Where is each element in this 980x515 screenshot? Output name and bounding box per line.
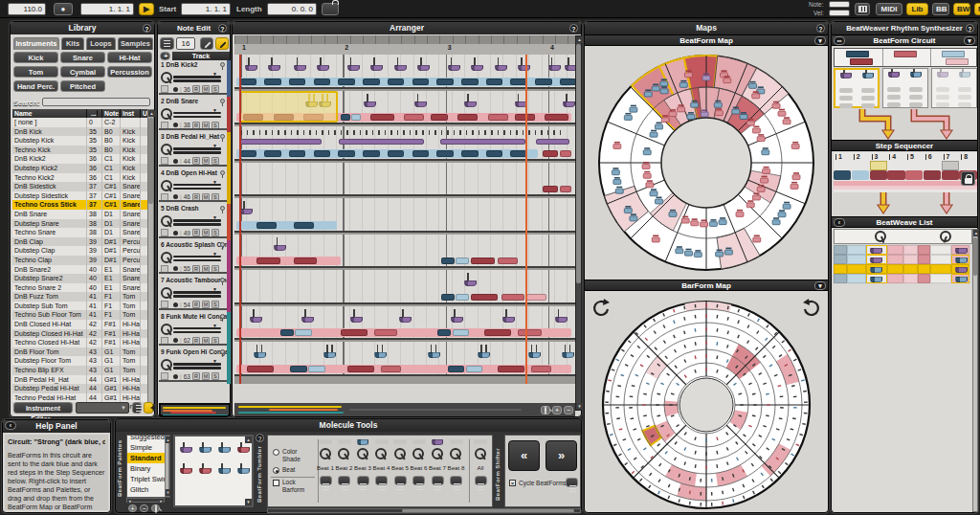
- volume-slider[interactable]: ▼: [173, 182, 221, 190]
- weave-cell[interactable]: [951, 264, 969, 274]
- note-value-field[interactable]: [829, 1, 850, 8]
- track-knob-icon[interactable]: [161, 108, 172, 120]
- pan-dot-icon[interactable]: [173, 123, 178, 127]
- table-row[interactable]: DnB Closed Hi-Hat42F#1Hi-Hat: [12, 320, 147, 329]
- palette-item[interactable]: Glitch: [127, 484, 169, 495]
- pan-dot-icon[interactable]: [173, 266, 178, 271]
- table-row[interactable]: Techno Blip EFX43G1Tom: [12, 366, 147, 375]
- table-row[interactable]: DnB Pedal Hi_Hat44G#1Hi-Hat: [12, 375, 147, 385]
- weave-cell[interactable]: [834, 274, 847, 283]
- weave-cell[interactable]: [887, 255, 903, 264]
- pin-icon[interactable]: [220, 349, 225, 354]
- track-s-button[interactable]: S: [212, 229, 219, 236]
- weave-cell[interactable]: [847, 274, 866, 283]
- pan-dot-icon[interactable]: [173, 159, 178, 164]
- pad-button[interactable]: [161, 157, 168, 165]
- bpm-field[interactable]: 110.0: [8, 3, 46, 15]
- weave-cell[interactable]: [903, 264, 918, 274]
- track-m-button[interactable]: M: [202, 265, 210, 273]
- category-pitched[interactable]: Pitched: [60, 80, 105, 92]
- track-s-button[interactable]: S: [212, 372, 219, 380]
- track-s-button[interactable]: S: [212, 337, 219, 345]
- track-s-button[interactable]: S: [212, 301, 219, 308]
- pin-icon[interactable]: [220, 62, 225, 67]
- add-palette-button[interactable]: +: [128, 504, 137, 512]
- category-tom[interactable]: Tom: [13, 66, 58, 78]
- palette-grid[interactable]: ▲▼: [173, 435, 254, 507]
- view-button-lib[interactable]: Lib: [906, 3, 928, 15]
- view-button-midi[interactable]: MIDI: [876, 3, 902, 15]
- weave-cell[interactable]: [930, 274, 951, 283]
- table-row[interactable]: Dubstep Pedal Hi-Hat44G#1Hi-Hat: [12, 384, 147, 393]
- pad-button[interactable]: [161, 122, 168, 129]
- note-menu-button[interactable]: [160, 37, 174, 50]
- knob-icon[interactable]: [875, 231, 886, 242]
- option-beat[interactable]: [273, 467, 279, 474]
- volume-slider[interactable]: ▼: [173, 289, 221, 298]
- scroll-up-icon[interactable]: ▲: [973, 230, 979, 236]
- track-r-button[interactable]: R: [192, 122, 200, 129]
- knob-beat-8[interactable]: [450, 448, 461, 459]
- step-cell[interactable]: [887, 170, 904, 180]
- circuit-block[interactable]: [946, 58, 969, 65]
- circuit-cell[interactable]: [882, 68, 928, 108]
- step-cell[interactable]: [905, 170, 923, 180]
- instrument-table[interactable]: [ none ]0C-2DnB Kick35B0KickDubstep Kick…: [12, 118, 147, 412]
- knob-beat-6[interactable]: [412, 448, 424, 459]
- zoom-in-button[interactable]: +: [552, 406, 562, 414]
- option-color-shade[interactable]: [273, 449, 279, 456]
- track-strip[interactable]: 5 DnB Crash▼|49RMS: [159, 204, 227, 238]
- track-knob-icon[interactable]: [161, 72, 172, 83]
- help-icon[interactable]: ?: [143, 24, 151, 33]
- table-row[interactable]: Dubstep Closed Hi-Hat42F#1Hi-Hat: [12, 329, 147, 339]
- track-knob-icon[interactable]: [161, 287, 172, 299]
- table-row[interactable]: Dubstep Sidestick37C#1Snare: [12, 191, 147, 201]
- track-s-button[interactable]: S: [212, 193, 219, 201]
- weave-scrollbar[interactable]: ▲: [972, 229, 978, 512]
- lock-position-button[interactable]: [322, 3, 339, 15]
- table-row[interactable]: Dubstep Kick236C1Kick: [12, 164, 147, 173]
- track-s-button[interactable]: S: [212, 85, 219, 93]
- table-row[interactable]: DnB Floor Tom43G1Tom: [12, 347, 147, 357]
- option-lock-barform[interactable]: [273, 480, 279, 486]
- track-knob-icon[interactable]: [161, 252, 172, 263]
- timeline-ruler[interactable]: 1234: [234, 35, 575, 55]
- scroll-down-icon[interactable]: ▼: [245, 499, 252, 505]
- weave-cell[interactable]: [847, 255, 866, 264]
- grid-size-field[interactable]: 16: [176, 37, 195, 50]
- weave-cell[interactable]: [903, 255, 918, 264]
- pan-dot-icon[interactable]: [173, 231, 178, 235]
- weave-cell[interactable]: [887, 274, 903, 283]
- weave-cell[interactable]: [918, 274, 930, 283]
- knob-beat-9[interactable]: [475, 448, 486, 459]
- shifter-menu-button[interactable]: [566, 478, 578, 487]
- pencil-tool-button[interactable]: [215, 37, 229, 50]
- loop-icon-button[interactable]: ∞: [834, 36, 845, 45]
- weave-cell[interactable]: [834, 245, 847, 255]
- table-row[interactable]: DnB Snare240E1Snare: [12, 265, 147, 275]
- pad-button[interactable]: [161, 229, 168, 236]
- table-row[interactable]: Techno Kick236C1Kick: [12, 173, 147, 183]
- track-strip[interactable]: 9 Funk Open Hi Conga▼|63RMS: [159, 347, 227, 382]
- table-row[interactable]: Dubstep Floor Tom43G1Tom: [12, 356, 147, 366]
- arranger-row[interactable]: [234, 55, 575, 89]
- pad-button[interactable]: [161, 301, 168, 308]
- arranger-row[interactable]: [234, 235, 575, 269]
- table-row[interactable]: DnB Clap39D#1Percus...: [12, 237, 147, 247]
- step-cell[interactable]: [924, 170, 941, 180]
- instrument-dropdown[interactable]: ▼: [76, 402, 129, 414]
- weave-cell[interactable]: [918, 255, 930, 264]
- search-palette-button[interactable]: [151, 504, 160, 512]
- step-cell[interactable]: [834, 170, 851, 180]
- zoom-out-button[interactable]: −: [564, 406, 573, 414]
- pad-button[interactable]: [161, 372, 168, 380]
- track-knob-icon[interactable]: [161, 144, 172, 155]
- weave-cell[interactable]: [866, 264, 887, 274]
- palette-item[interactable]: Binary: [127, 463, 169, 474]
- knob-menu-button[interactable]: [475, 476, 487, 485]
- category-hihat[interactable]: Hi-Hat: [107, 52, 152, 63]
- track-strip[interactable]: 7 Acoustic Tambourine▼|54RMS: [159, 276, 227, 310]
- circuit-cell[interactable]: [931, 68, 977, 108]
- track-m-button[interactable]: M: [202, 229, 210, 236]
- pan-dot-icon[interactable]: [173, 374, 178, 379]
